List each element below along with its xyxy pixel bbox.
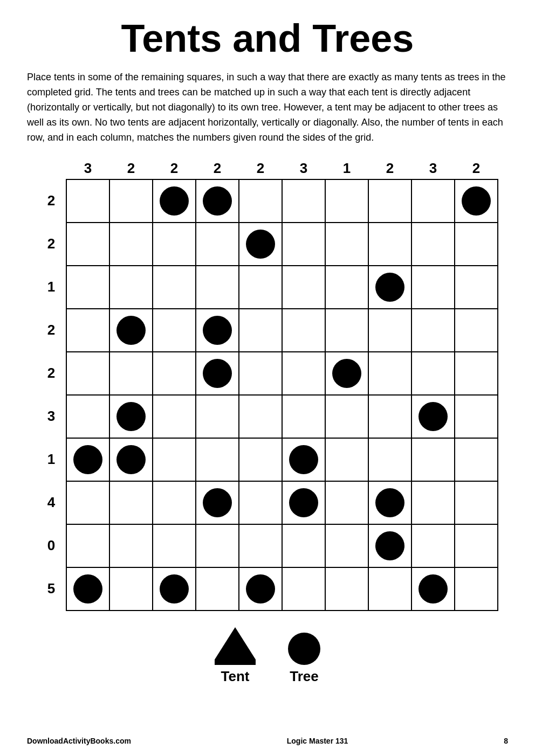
grid-cell[interactable]	[326, 266, 369, 309]
grid-cell[interactable]	[153, 309, 196, 352]
grid-cell[interactable]	[369, 266, 412, 309]
grid-cell[interactable]	[153, 525, 196, 568]
grid-cell[interactable]	[412, 223, 455, 266]
grid-cell[interactable]	[153, 352, 196, 396]
grid-cell[interactable]	[153, 568, 196, 611]
grid-cell[interactable]	[110, 309, 153, 352]
grid-cell[interactable]	[369, 396, 412, 439]
grid-cell[interactable]	[110, 482, 153, 525]
grid-cell[interactable]	[110, 525, 153, 568]
grid-cell[interactable]	[412, 439, 455, 482]
grid-cell[interactable]	[239, 396, 283, 439]
grid-cell[interactable]	[196, 180, 239, 223]
grid-cell[interactable]	[239, 482, 283, 525]
grid-cell[interactable]	[455, 266, 498, 309]
grid-cell[interactable]	[369, 439, 412, 482]
grid-cell[interactable]	[283, 352, 326, 396]
grid-cell[interactable]	[412, 352, 455, 396]
grid-cell[interactable]	[369, 482, 412, 525]
grid-cell[interactable]	[455, 180, 498, 223]
grid-cell[interactable]	[455, 568, 498, 611]
grid-cell[interactable]	[326, 223, 369, 266]
grid-cell[interactable]	[369, 309, 412, 352]
grid-cell[interactable]	[455, 439, 498, 482]
grid-cell[interactable]	[67, 266, 110, 309]
grid-cell[interactable]	[326, 439, 369, 482]
grid-cell[interactable]	[67, 352, 110, 396]
grid-cell[interactable]	[196, 568, 239, 611]
grid-cell[interactable]	[153, 396, 196, 439]
grid-cell[interactable]	[239, 439, 283, 482]
grid-cell[interactable]	[283, 309, 326, 352]
grid-cell[interactable]	[153, 223, 196, 266]
grid-cell[interactable]	[455, 525, 498, 568]
grid-cell[interactable]	[326, 180, 369, 223]
grid-cell[interactable]	[369, 525, 412, 568]
grid-cell[interactable]	[326, 525, 369, 568]
grid-cell[interactable]	[239, 568, 283, 611]
grid-cell[interactable]	[239, 352, 283, 396]
grid-cell[interactable]	[239, 525, 283, 568]
grid-cell[interactable]	[283, 266, 326, 309]
grid-cell[interactable]	[412, 568, 455, 611]
grid-cell[interactable]	[326, 568, 369, 611]
grid-cell[interactable]	[412, 396, 455, 439]
grid-cell[interactable]	[283, 439, 326, 482]
grid-cell[interactable]	[153, 482, 196, 525]
grid-cell[interactable]	[283, 525, 326, 568]
grid-cell[interactable]	[67, 482, 110, 525]
grid-cell[interactable]	[67, 309, 110, 352]
grid-cell[interactable]	[196, 525, 239, 568]
grid-cell[interactable]	[455, 482, 498, 525]
grid-cell[interactable]	[153, 180, 196, 223]
grid-cell[interactable]	[110, 223, 153, 266]
grid-cell[interactable]	[239, 223, 283, 266]
grid-cell[interactable]	[326, 396, 369, 439]
grid-cell[interactable]	[412, 180, 455, 223]
grid-cell[interactable]	[67, 525, 110, 568]
grid-cell[interactable]	[110, 439, 153, 482]
grid-cell[interactable]	[455, 396, 498, 439]
grid-cell[interactable]	[110, 568, 153, 611]
grid-cell[interactable]	[412, 482, 455, 525]
grid-cell[interactable]	[369, 180, 412, 223]
grid-cell[interactable]	[153, 439, 196, 482]
grid-cell[interactable]	[67, 180, 110, 223]
grid-cell[interactable]	[283, 396, 326, 439]
grid-cell[interactable]	[239, 180, 283, 223]
grid-cell[interactable]	[455, 309, 498, 352]
grid-cell[interactable]	[153, 266, 196, 309]
grid-cell[interactable]	[412, 309, 455, 352]
grid-cell[interactable]	[326, 352, 369, 396]
grid-cell[interactable]	[369, 352, 412, 396]
grid-cell[interactable]	[283, 223, 326, 266]
grid-cell[interactable]	[110, 352, 153, 396]
grid-cell[interactable]	[196, 482, 239, 525]
grid-cell[interactable]	[110, 180, 153, 223]
grid-cell[interactable]	[196, 352, 239, 396]
grid-cell[interactable]	[283, 482, 326, 525]
grid-cell[interactable]	[196, 266, 239, 309]
grid-cell[interactable]	[110, 396, 153, 439]
grid-cell[interactable]	[239, 266, 283, 309]
grid-cell[interactable]	[326, 309, 369, 352]
grid-cell[interactable]	[412, 525, 455, 568]
grid-cell[interactable]	[239, 309, 283, 352]
grid-cell[interactable]	[67, 439, 110, 482]
grid-cell[interactable]	[412, 266, 455, 309]
grid-cell[interactable]	[455, 223, 498, 266]
grid-cell[interactable]	[326, 482, 369, 525]
grid-cell[interactable]	[196, 439, 239, 482]
grid-cell[interactable]	[369, 568, 412, 611]
grid-cell[interactable]	[283, 568, 326, 611]
grid-cell[interactable]	[67, 223, 110, 266]
grid-cell[interactable]	[283, 180, 326, 223]
grid-cell[interactable]	[67, 568, 110, 611]
grid-cell[interactable]	[455, 352, 498, 396]
grid-cell[interactable]	[196, 309, 239, 352]
grid-cell[interactable]	[110, 266, 153, 309]
grid-cell[interactable]	[67, 396, 110, 439]
grid-cell[interactable]	[196, 223, 239, 266]
grid-cell[interactable]	[369, 223, 412, 266]
grid-cell[interactable]	[196, 396, 239, 439]
